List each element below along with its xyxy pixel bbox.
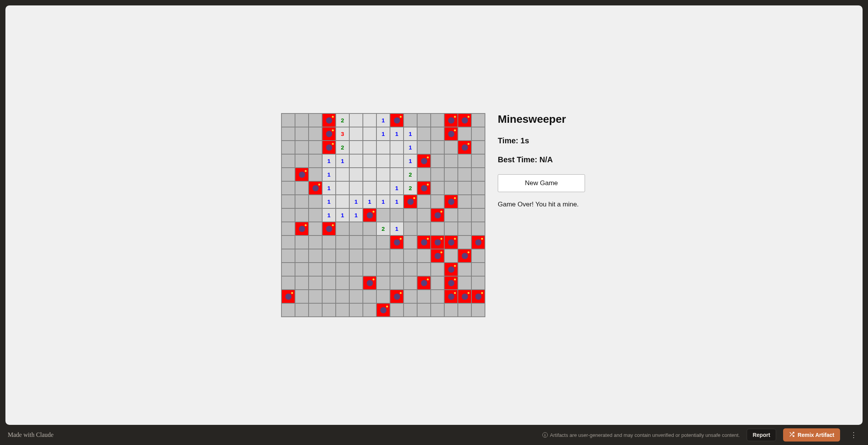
board-cell[interactable] (363, 208, 376, 222)
board-cell[interactable] (431, 127, 444, 141)
board-cell[interactable] (458, 208, 471, 222)
board-cell[interactable] (309, 208, 322, 222)
board-cell[interactable]: 2 (376, 222, 390, 235)
board-cell[interactable] (444, 181, 458, 195)
board-cell[interactable]: 1 (376, 113, 390, 127)
board-cell[interactable] (349, 303, 363, 317)
board-cell[interactable] (390, 249, 404, 263)
board-cell[interactable] (417, 249, 431, 263)
board-cell[interactable] (349, 181, 363, 195)
board-cell[interactable]: 1 (376, 127, 390, 141)
board-cell[interactable] (281, 208, 295, 222)
board-cell[interactable] (309, 249, 322, 263)
board-cell[interactable] (404, 276, 417, 290)
board-cell[interactable] (431, 290, 444, 303)
board-cell[interactable] (336, 249, 349, 263)
board-cell[interactable] (417, 235, 431, 249)
board-cell[interactable] (349, 154, 363, 168)
board-cell[interactable] (376, 181, 390, 195)
board-cell[interactable] (295, 303, 309, 317)
board-cell[interactable] (458, 222, 471, 235)
board-cell[interactable] (336, 235, 349, 249)
board-cell[interactable] (281, 276, 295, 290)
board-cell[interactable] (309, 263, 322, 276)
board-cell[interactable] (417, 222, 431, 235)
more-menu-button[interactable]: ⋮ (847, 430, 860, 440)
board-cell[interactable] (336, 168, 349, 181)
board-cell[interactable] (281, 249, 295, 263)
board-cell[interactable] (322, 290, 336, 303)
board-cell[interactable] (444, 127, 458, 141)
board-cell[interactable] (376, 303, 390, 317)
board-cell[interactable] (471, 141, 485, 154)
board-cell[interactable] (322, 127, 336, 141)
board-cell[interactable] (281, 263, 295, 276)
board-cell[interactable] (363, 154, 376, 168)
board-cell[interactable] (404, 290, 417, 303)
board-cell[interactable]: 1 (349, 195, 363, 208)
board-cell[interactable] (309, 113, 322, 127)
board-cell[interactable] (336, 290, 349, 303)
board-cell[interactable] (376, 154, 390, 168)
board-cell[interactable] (417, 290, 431, 303)
board-cell[interactable] (417, 263, 431, 276)
board-cell[interactable] (363, 276, 376, 290)
remix-artifact-button[interactable]: Remix Artifact (783, 428, 840, 442)
board-cell[interactable] (376, 249, 390, 263)
board-cell[interactable] (390, 235, 404, 249)
board-cell[interactable]: 1 (363, 195, 376, 208)
board-cell[interactable] (417, 154, 431, 168)
board-cell[interactable] (458, 154, 471, 168)
board-cell[interactable] (390, 290, 404, 303)
board-cell[interactable] (295, 249, 309, 263)
board-cell[interactable]: 1 (390, 127, 404, 141)
board-cell[interactable] (376, 263, 390, 276)
board-cell[interactable] (458, 235, 471, 249)
board-cell[interactable] (309, 195, 322, 208)
board-cell[interactable] (390, 303, 404, 317)
board-cell[interactable] (349, 276, 363, 290)
board-cell[interactable] (390, 208, 404, 222)
board-cell[interactable] (322, 303, 336, 317)
board-cell[interactable] (444, 235, 458, 249)
new-game-button[interactable]: New Game (498, 174, 585, 192)
board-cell[interactable] (322, 222, 336, 235)
board-cell[interactable] (431, 263, 444, 276)
board-cell[interactable] (322, 263, 336, 276)
board-cell[interactable]: 1 (390, 195, 404, 208)
board-cell[interactable] (417, 141, 431, 154)
board-cell[interactable] (431, 249, 444, 263)
board-cell[interactable] (431, 168, 444, 181)
board-cell[interactable] (471, 195, 485, 208)
board-cell[interactable]: 2 (404, 168, 417, 181)
board-cell[interactable] (309, 168, 322, 181)
board-cell[interactable] (349, 249, 363, 263)
board-cell[interactable] (363, 141, 376, 154)
board-cell[interactable]: 1 (336, 208, 349, 222)
board-cell[interactable] (363, 303, 376, 317)
board-cell[interactable] (417, 303, 431, 317)
board-cell[interactable] (336, 222, 349, 235)
report-button[interactable]: Report (747, 429, 776, 441)
board-cell[interactable] (471, 127, 485, 141)
board-cell[interactable] (349, 222, 363, 235)
board-cell[interactable] (471, 154, 485, 168)
board-cell[interactable] (363, 290, 376, 303)
board-cell[interactable] (471, 290, 485, 303)
board-cell[interactable] (431, 276, 444, 290)
board-cell[interactable] (309, 303, 322, 317)
board-cell[interactable] (458, 290, 471, 303)
board-cell[interactable] (390, 276, 404, 290)
board-cell[interactable] (349, 113, 363, 127)
board-cell[interactable] (363, 113, 376, 127)
board-cell[interactable]: 1 (376, 195, 390, 208)
board-cell[interactable]: 1 (349, 208, 363, 222)
board-cell[interactable] (458, 303, 471, 317)
board-cell[interactable] (349, 263, 363, 276)
board-cell[interactable] (404, 249, 417, 263)
board-cell[interactable]: 1 (322, 208, 336, 222)
board-cell[interactable] (431, 181, 444, 195)
board-cell[interactable] (404, 195, 417, 208)
board-cell[interactable] (404, 208, 417, 222)
board-cell[interactable] (336, 263, 349, 276)
